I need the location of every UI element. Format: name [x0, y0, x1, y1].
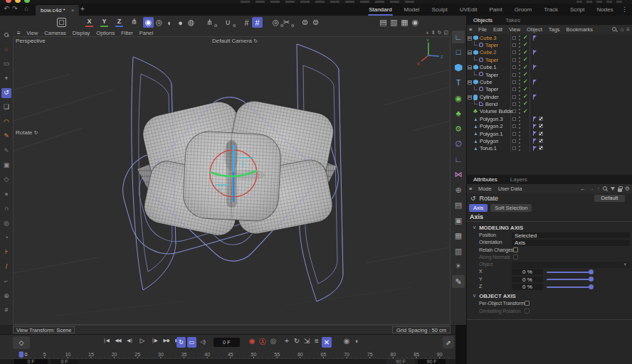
enabled-check-icon[interactable]: ✓: [523, 49, 528, 56]
attr-value-x[interactable]: 0 %: [512, 269, 543, 275]
visibility-dots[interactable]: [519, 95, 520, 100]
slider-knob[interactable]: [589, 277, 594, 282]
tree-row-cube-3[interactable]: Cube.3✓: [467, 34, 632, 41]
cloner-icon[interactable]: ♣: [452, 107, 465, 120]
viewport[interactable]: Perspective Default Camera ↻ Rotate ↻: [13, 36, 451, 325]
macos-minimize-button[interactable]: [15, 0, 21, 3]
tree-row-cube[interactable]: Cube✓: [467, 78, 632, 85]
visibility-dots[interactable]: [519, 146, 520, 151]
material-pen-icon[interactable]: ✎: [452, 275, 465, 288]
goto-start-button[interactable]: ❘◀: [101, 338, 110, 343]
attr-checkbox-per-object-transform[interactable]: [525, 301, 530, 306]
texture-tag-icon[interactable]: [539, 139, 543, 143]
enable-toggle[interactable]: [512, 95, 516, 99]
spline-icon[interactable]: □: [452, 46, 465, 59]
enable-toggle[interactable]: [512, 102, 516, 106]
visibility-dots[interactable]: [519, 73, 520, 77]
tab-takes[interactable]: Takes: [499, 16, 527, 25]
tab-attributes[interactable]: Attributes: [467, 175, 504, 184]
move-tool-icon[interactable]: +: [1, 73, 11, 83]
axis-modifier-icon[interactable]: ∟: [452, 153, 465, 166]
phong-tag-icon[interactable]: [532, 124, 537, 129]
enable-toggle[interactable]: [512, 139, 516, 143]
objects-list-icon[interactable]: ≡: [626, 26, 630, 33]
head-tool-icon[interactable]: ◔: [1, 232, 11, 242]
phong-tag-icon[interactable]: [532, 36, 537, 41]
enable-toggle[interactable]: [512, 43, 516, 47]
objects-home-icon[interactable]: ⌂: [620, 26, 623, 33]
deformer-icon[interactable]: ∅: [452, 138, 465, 151]
default-button[interactable]: Default: [594, 195, 625, 202]
next-frame-button[interactable]: ❘▶: [149, 338, 159, 343]
material-icon[interactable]: ◉: [410, 17, 421, 28]
coords-icon[interactable]: ∟: [452, 31, 465, 43]
film-icon[interactable]: ▤: [452, 199, 465, 212]
section-object-axis[interactable]: ∨OBJECT AXIS: [467, 291, 632, 300]
texture-tag-icon[interactable]: [539, 117, 543, 121]
macos-zoom-button[interactable]: [24, 0, 30, 3]
texture-tag-icon[interactable]: [539, 146, 543, 150]
pen-tool-icon[interactable]: ✎: [1, 132, 11, 141]
scale-tool-icon[interactable]: ❏: [1, 102, 11, 112]
corner-tool-icon[interactable]: ⌐: [1, 277, 11, 287]
phong-tag-icon[interactable]: [532, 65, 537, 70]
enable-toggle[interactable]: [512, 73, 516, 77]
motext-icon[interactable]: T: [452, 77, 465, 90]
environment-icon[interactable]: ⊕: [452, 183, 465, 196]
symmetry-icon[interactable]: ⊜: [300, 17, 310, 28]
tree-row-cube-1[interactable]: Cube.1✓: [467, 64, 632, 71]
target-tool-icon[interactable]: ◎⚙: [270, 17, 281, 28]
motion-system-icon[interactable]: ◐: [352, 337, 362, 345]
slider-track[interactable]: [547, 272, 591, 273]
cube-primitive-icon[interactable]: [452, 61, 465, 74]
visibility-dots[interactable]: [519, 58, 520, 63]
section-modeling-axis[interactable]: ∨MODELING AXIS: [467, 223, 632, 232]
enable-toggle[interactable]: [512, 65, 516, 69]
enabled-check-icon[interactable]: ✓: [523, 34, 528, 41]
objects-menu-bookmarks[interactable]: Bookmarks: [563, 26, 596, 33]
home-icon[interactable]: ⌂: [22, 5, 31, 12]
layout-tab-uvedit[interactable]: UVEdit: [453, 4, 483, 16]
attributes-menu-icon[interactable]: ≡: [467, 186, 475, 192]
range-toggle-icon[interactable]: ▭: [187, 337, 196, 348]
visibility-dots[interactable]: [519, 80, 520, 85]
visibility-dots[interactable]: [519, 139, 520, 144]
visibility-dots[interactable]: [519, 87, 520, 92]
attr-checkbox-retain-changes[interactable]: [513, 247, 518, 252]
tree-row-cube-2[interactable]: Cube.2✓: [467, 49, 632, 56]
enabled-check-icon[interactable]: ✓: [523, 86, 528, 93]
key-rotation-icon[interactable]: ↻: [292, 337, 302, 345]
cut-tool-icon[interactable]: ✂⚙: [281, 17, 292, 28]
keyframe-diamond-icon[interactable]: ◇: [13, 336, 30, 349]
visibility-dots[interactable]: [519, 50, 520, 55]
loop-toggle-icon[interactable]: ↻: [177, 337, 186, 348]
visibility-dots[interactable]: [519, 132, 520, 136]
camera-icon[interactable]: ▦: [452, 230, 465, 242]
render-view-icon[interactable]: ▤: [378, 17, 389, 28]
enabled-check-icon[interactable]: ✓: [523, 78, 528, 85]
layout-overflow-icon[interactable]: ⋮: [621, 6, 628, 13]
attr-value-y[interactable]: 0 %: [512, 277, 543, 283]
visibility-dots[interactable]: [519, 117, 520, 122]
axis-toggle-y[interactable]: Y: [100, 18, 108, 27]
slider-knob[interactable]: [589, 284, 594, 289]
viewport-menu-panel[interactable]: Panel: [136, 30, 156, 36]
snap-enabled-icon[interactable]: #: [252, 17, 263, 28]
bow-mesh[interactable]: [137, 98, 337, 239]
current-frame-field[interactable]: 0 F: [214, 338, 240, 347]
render-picture-icon[interactable]: ▥: [389, 17, 399, 28]
layout-tab-paint[interactable]: Paint: [483, 4, 508, 16]
poly-tool-icon[interactable]: ◇: [1, 175, 11, 185]
timeline-ruler[interactable]: 510152025303540455055606570758085900: [0, 350, 455, 358]
layout-tab-sculpt[interactable]: Sculpt: [426, 4, 453, 16]
attr-lock-icon[interactable]: [618, 188, 622, 192]
sphere-tool-icon[interactable]: ●: [1, 189, 11, 199]
viewport-menu-display[interactable]: Display: [69, 30, 93, 36]
points-mode-icon[interactable]: ◉: [143, 17, 154, 28]
tree-row-cylinder[interactable]: Cylinder✓: [467, 93, 632, 100]
texture-tag-icon[interactable]: [539, 132, 543, 136]
attributes-menu-mode[interactable]: Mode: [475, 186, 495, 192]
viewport-menu-options[interactable]: Options: [93, 30, 118, 36]
axis-toggle-x[interactable]: X: [85, 18, 93, 27]
expand-icon[interactable]: [468, 95, 472, 100]
